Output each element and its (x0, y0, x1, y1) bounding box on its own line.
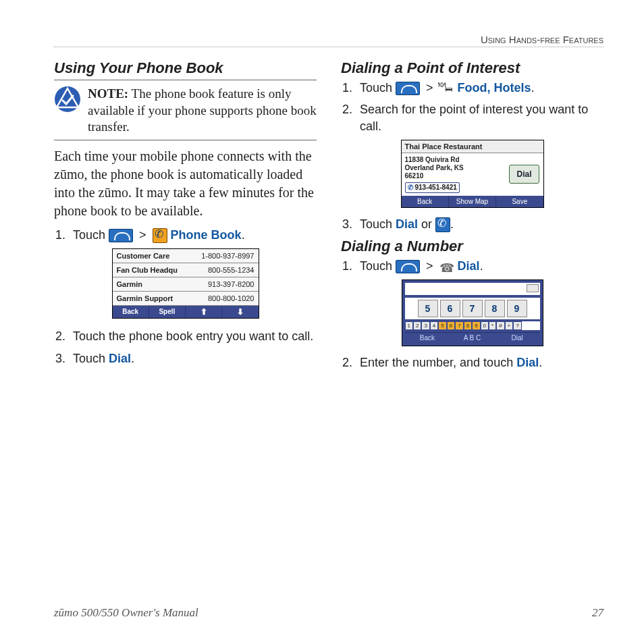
dial-link: Dial (109, 352, 131, 365)
keypad-key: 5 (418, 300, 438, 317)
table-row: Customer Care1-800-937-8997 (113, 249, 259, 263)
poi-step-3: Touch Dial or . (356, 216, 603, 232)
page-number: 27 (592, 606, 603, 620)
keypad-key: 7 (462, 300, 483, 317)
phonebook-icon (153, 228, 167, 243)
kp-dial-button: Dial (495, 332, 540, 343)
backspace-icon (527, 284, 539, 292)
screenshot-keypad: 5 6 7 8 9 1234 56789 0*#+? Back A B C Di… (402, 279, 543, 346)
dial-link: Dial (458, 259, 480, 273)
poi-save-button: Save (496, 196, 543, 207)
poi-phone-box: ✆ 913-451-8421 (405, 182, 460, 193)
table-row: Garmin913-397-8200 (113, 277, 259, 292)
dialpad-icon (439, 260, 454, 273)
screenshot-phonebook: Customer Care1-800-937-8997 Fan Club Hea… (112, 248, 259, 319)
table-row: Fan Club Headqu800-555-1234 (113, 263, 259, 277)
screenshot-poi: Thai Place Restaurant 11838 Quivira Rd O… (401, 140, 544, 208)
running-head: Using Hands-free Features (54, 34, 603, 47)
svg-point-0 (55, 86, 80, 112)
phone-icon (396, 82, 420, 95)
up-arrow-icon: ⬆ (186, 306, 222, 318)
phone-icon (109, 229, 133, 242)
dial-handset-icon (435, 217, 450, 232)
right-column: Dialing a Point of Interest Touch > Food… (341, 57, 603, 377)
pb-step-2: Touch the phone book entry you want to c… (69, 328, 317, 344)
food-hotels-icon (439, 82, 454, 95)
keypad-key: 6 (440, 300, 460, 317)
kp-abc-button: A B C (450, 332, 495, 343)
note-icon (54, 86, 81, 113)
keypad-strip: 1234 56789 0*#+? (405, 321, 540, 330)
food-hotels-link: Food, Hotels (458, 81, 531, 95)
poi-back-button: Back (402, 196, 449, 207)
poi-step-1: Touch > Food, Hotels. (356, 80, 603, 96)
heading-phone-book: Using Your Phone Book (54, 59, 317, 77)
note-block: NOTE: The phone book feature is only ava… (54, 86, 317, 140)
phone-small-icon: ✆ (408, 184, 413, 192)
pb-step-3: Touch Dial. (69, 350, 317, 367)
keypad-key: 9 (507, 300, 527, 317)
phone-icon (396, 260, 420, 273)
poi-title: Thai Place Restaurant (402, 140, 543, 153)
poi-showmap-button: Show Map (449, 196, 496, 207)
poi-addr-line: 66210 (405, 172, 502, 180)
poi-dial-button: Dial (509, 165, 539, 184)
heading-poi: Dialing a Point of Interest (341, 59, 603, 77)
phone-book-link: Phone Book (171, 228, 242, 242)
poi-addr-line: 11838 Quivira Rd (405, 156, 502, 164)
poi-step-2: Search for the point of interest you wan… (356, 101, 603, 134)
pb-spell-button: Spell (149, 306, 186, 318)
num-step-2: Enter the number, and touch Dial. (356, 354, 603, 371)
dial-link: Dial (516, 356, 539, 369)
keypad-key: 8 (485, 300, 505, 317)
pb-step-1: Touch > Phone Book. (69, 227, 317, 243)
num-step-1: Touch > Dial. (356, 258, 603, 274)
heading-dial-number: Dialing a Number (341, 238, 603, 255)
down-arrow-icon: ⬇ (222, 306, 258, 318)
pb-back-button: Back (113, 306, 149, 318)
phone-book-para: Each time your mobile phone connects wit… (54, 147, 317, 220)
note-label: NOTE: (88, 86, 128, 101)
table-row: Garmin Support800-800-1020 (113, 292, 259, 306)
poi-addr-line: Overland Park, KS (405, 164, 502, 172)
footer-title: zūmo 500/550 Owner's Manual (54, 606, 198, 620)
kp-back-button: Back (405, 332, 450, 343)
left-column: Using Your Phone Book NOTE: The phone bo… (54, 57, 317, 377)
dial-link: Dial (396, 217, 418, 231)
